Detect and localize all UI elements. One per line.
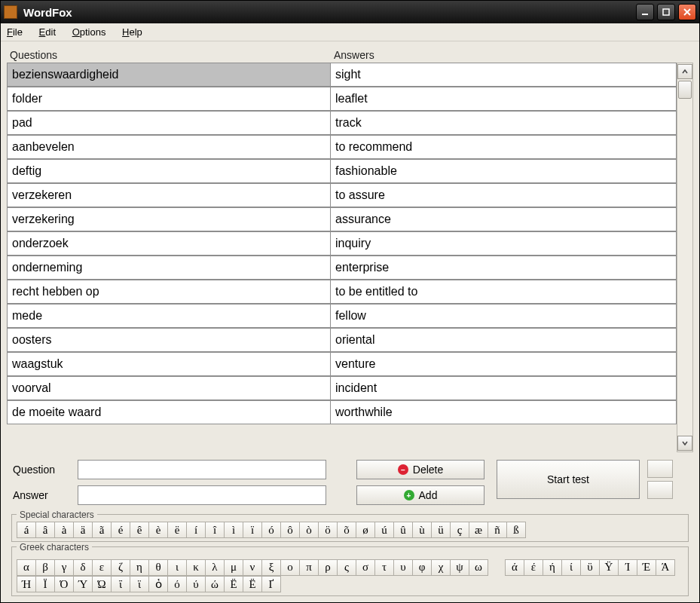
menu-options[interactable]: Options bbox=[72, 26, 106, 38]
char-button[interactable]: β bbox=[35, 559, 55, 576]
char-button[interactable]: é bbox=[111, 522, 130, 538]
char-button[interactable]: ν bbox=[243, 559, 262, 576]
char-button[interactable]: à bbox=[54, 522, 74, 538]
char-button[interactable]: α bbox=[17, 559, 36, 576]
char-button[interactable]: õ bbox=[337, 522, 356, 538]
char-button[interactable]: φ bbox=[412, 559, 432, 576]
char-button[interactable]: ê bbox=[130, 522, 149, 538]
char-button[interactable]: ë bbox=[167, 522, 187, 538]
close-button[interactable] bbox=[678, 4, 696, 20]
title-bar[interactable]: WordFox bbox=[1, 1, 699, 23]
char-button[interactable]: ß bbox=[506, 522, 526, 538]
char-button[interactable]: ϋ bbox=[580, 559, 600, 576]
table-row[interactable]: bezienswaardigheidsight bbox=[7, 63, 677, 87]
char-button[interactable]: ñ bbox=[488, 522, 507, 538]
char-button[interactable]: ὁ bbox=[148, 576, 168, 592]
start-test-button[interactable]: Start test bbox=[497, 460, 640, 499]
minimize-button[interactable] bbox=[636, 4, 654, 20]
char-button[interactable]: ϊ bbox=[130, 576, 149, 592]
char-button[interactable]: ί bbox=[561, 559, 581, 576]
move-down-button[interactable] bbox=[647, 481, 673, 499]
char-button[interactable]: ό bbox=[167, 576, 187, 592]
char-button[interactable]: ç bbox=[450, 522, 469, 538]
scroll-down-button[interactable] bbox=[677, 436, 692, 451]
table-row[interactable]: padtrack bbox=[7, 111, 677, 135]
delete-button[interactable]: – Delete bbox=[356, 460, 484, 479]
menu-edit[interactable]: Edit bbox=[39, 26, 56, 38]
table-row[interactable]: aanbevelento recommend bbox=[7, 135, 677, 159]
char-button[interactable]: ù bbox=[412, 522, 432, 538]
table-row[interactable]: ondernemingenterprise bbox=[7, 256, 677, 280]
char-button[interactable]: π bbox=[299, 559, 319, 576]
vertical-scrollbar[interactable] bbox=[677, 63, 693, 452]
char-button[interactable]: η bbox=[130, 559, 149, 576]
table-row[interactable]: onderzoekinquiry bbox=[7, 231, 677, 256]
char-button[interactable]: ά bbox=[505, 559, 524, 576]
char-button[interactable]: ε bbox=[92, 559, 112, 576]
table-row[interactable]: medefellow bbox=[7, 304, 677, 328]
char-button[interactable]: ô bbox=[280, 522, 300, 538]
scroll-up-button[interactable] bbox=[677, 64, 692, 79]
table-row[interactable]: verzekerento assure bbox=[7, 183, 677, 207]
char-button[interactable]: λ bbox=[205, 559, 225, 576]
char-button[interactable]: κ bbox=[186, 559, 206, 576]
char-button[interactable]: ώ bbox=[205, 576, 225, 592]
char-button[interactable]: ι bbox=[167, 559, 187, 576]
menu-help[interactable]: Help bbox=[122, 26, 142, 38]
char-button[interactable]: ω bbox=[469, 559, 488, 576]
answer-input[interactable] bbox=[78, 485, 326, 505]
char-button[interactable]: Ά bbox=[656, 559, 675, 576]
char-button[interactable]: Ί bbox=[618, 559, 637, 576]
char-button[interactable]: Ύ bbox=[73, 576, 93, 592]
char-button[interactable]: έ bbox=[524, 559, 543, 576]
scroll-thumb[interactable] bbox=[678, 81, 692, 99]
move-up-button[interactable] bbox=[647, 460, 673, 478]
char-button[interactable]: ύ bbox=[186, 576, 206, 592]
char-button[interactable]: Έ bbox=[637, 559, 656, 576]
char-button[interactable]: Ώ bbox=[92, 576, 112, 592]
char-button[interactable]: ρ bbox=[318, 559, 338, 576]
char-button[interactable]: δ bbox=[73, 559, 93, 576]
char-button[interactable]: û bbox=[393, 522, 413, 538]
char-button[interactable]: ü bbox=[431, 522, 451, 538]
char-button[interactable]: ζ bbox=[111, 559, 130, 576]
table-row[interactable]: de moeite waardworthwhile bbox=[7, 400, 677, 424]
char-button[interactable]: ã bbox=[92, 522, 112, 538]
char-button[interactable]: â bbox=[35, 522, 55, 538]
char-button[interactable]: Ё bbox=[243, 576, 262, 592]
char-button[interactable]: ï bbox=[243, 522, 262, 538]
char-button[interactable]: ö bbox=[318, 522, 338, 538]
add-button[interactable]: + Add bbox=[356, 485, 484, 505]
char-button[interactable]: ó bbox=[261, 522, 281, 538]
table-row[interactable]: verzekeringassurance bbox=[7, 207, 677, 231]
char-button[interactable]: ψ bbox=[450, 559, 469, 576]
char-button[interactable]: ή bbox=[543, 559, 562, 576]
char-button[interactable]: ø bbox=[356, 522, 375, 538]
char-button[interactable]: è bbox=[148, 522, 168, 538]
maximize-button[interactable] bbox=[657, 4, 675, 20]
char-button[interactable]: ο bbox=[280, 559, 300, 576]
question-input[interactable] bbox=[78, 460, 326, 479]
char-button[interactable]: ò bbox=[299, 522, 319, 538]
char-button[interactable]: í bbox=[186, 522, 206, 538]
char-button[interactable]: Ό bbox=[54, 576, 74, 592]
table-row[interactable]: recht hebben opto be entitled to bbox=[7, 280, 677, 304]
char-button[interactable]: ì bbox=[224, 522, 243, 538]
table-row[interactable]: deftigfashionable bbox=[7, 159, 677, 183]
char-button[interactable]: ξ bbox=[261, 559, 281, 576]
table-row[interactable]: waagstukventure bbox=[7, 352, 677, 376]
char-button[interactable]: θ bbox=[148, 559, 168, 576]
char-button[interactable]: Ϋ bbox=[599, 559, 619, 576]
char-button[interactable]: Ϊ bbox=[35, 576, 55, 592]
char-button[interactable]: ς bbox=[337, 559, 356, 576]
char-button[interactable]: á bbox=[17, 522, 36, 538]
char-button[interactable]: μ bbox=[224, 559, 243, 576]
char-button[interactable]: Ё bbox=[224, 576, 243, 592]
char-button[interactable]: τ bbox=[374, 559, 394, 576]
char-button[interactable]: Ή bbox=[17, 576, 36, 592]
char-button[interactable]: ΐ bbox=[111, 576, 130, 592]
table-row[interactable]: oostersoriental bbox=[7, 328, 677, 352]
char-button[interactable]: υ bbox=[393, 559, 413, 576]
menu-file[interactable]: File bbox=[7, 26, 23, 38]
char-button[interactable]: ú bbox=[374, 522, 394, 538]
